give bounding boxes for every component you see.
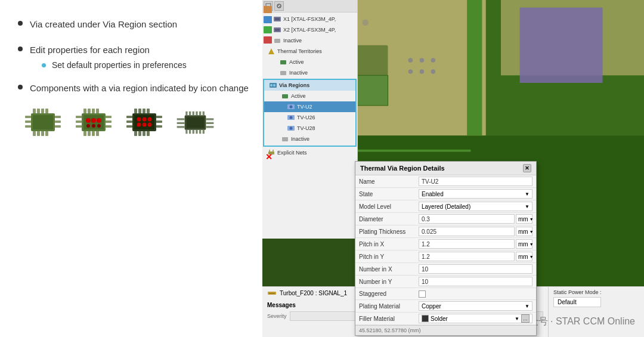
svg-point-89 bbox=[363, 20, 369, 26]
value-pitch-x[interactable]: 1.2 bbox=[419, 239, 515, 249]
label-diameter: Diameter bbox=[359, 216, 419, 222]
unit-diameter-chevron: ▼ bbox=[530, 217, 534, 221]
tree-item-inactive2[interactable]: Inactive bbox=[262, 67, 357, 78]
value-plating-material[interactable]: Copper ▼ bbox=[419, 301, 532, 311]
svg-point-19 bbox=[91, 118, 96, 123]
svg-rect-73 bbox=[203, 111, 205, 115]
via-regions-box: Via Regions Active TV-U2 TV-U26 bbox=[263, 79, 357, 147]
value-number-y[interactable]: 10 bbox=[419, 277, 532, 286]
svg-rect-128 bbox=[269, 293, 275, 294]
component-icon-4 bbox=[176, 107, 215, 140]
static-power-value[interactable]: Default bbox=[553, 297, 601, 307]
component-icon-2 bbox=[75, 107, 113, 140]
svg-rect-62 bbox=[185, 129, 187, 134]
tree-item-tv-u2[interactable]: TV-U2 bbox=[264, 101, 355, 112]
value-name[interactable]: TV-U2 bbox=[419, 177, 532, 186]
side-icon-2[interactable] bbox=[264, 16, 272, 23]
sub-bullet-text-1: Set default properties in preferences bbox=[52, 60, 187, 70]
value-plating-thickness[interactable]: 0.025 bbox=[419, 227, 515, 236]
tree-item-x1[interactable]: X1 [XTAL-FSX3M_4P, bbox=[262, 14, 357, 24]
svg-rect-3 bbox=[37, 131, 40, 136]
svg-rect-92 bbox=[467, 0, 482, 135]
svg-rect-61 bbox=[187, 117, 204, 128]
dialog-row-number-y: Number in Y 10 bbox=[355, 276, 536, 288]
svg-rect-33 bbox=[76, 120, 82, 123]
tree-item-tv-u26[interactable]: TV-U26 bbox=[264, 112, 355, 123]
tree-item-explicit-nets[interactable]: Explicit Nets bbox=[262, 147, 357, 158]
bullet-item-1: Via created under Via Region section bbox=[18, 18, 250, 32]
svg-rect-67 bbox=[203, 129, 205, 134]
state-value-text: Enabled bbox=[422, 191, 444, 197]
tree-items-container: X1 [XTAL-FSX3M_4P, X2 [XTAL-FSX3M_4P, In… bbox=[262, 13, 357, 158]
unit-plating[interactable]: mm ▼ bbox=[516, 227, 532, 236]
svg-rect-56 bbox=[126, 125, 132, 128]
svg-point-44 bbox=[143, 122, 147, 126]
tree-item-x2[interactable]: X2 [XTAL-FSX3M_4P, bbox=[262, 24, 357, 35]
svg-rect-2 bbox=[33, 131, 36, 136]
svg-point-118 bbox=[290, 106, 293, 109]
value-filler-material[interactable]: Solder ▼ … bbox=[419, 314, 532, 323]
unit-plating-text: mm bbox=[518, 228, 528, 235]
svg-rect-70 bbox=[193, 111, 194, 115]
checkbox-staggered[interactable] bbox=[419, 290, 426, 298]
svg-rect-48 bbox=[143, 131, 145, 136]
tree-item-x2-label: X2 [XTAL-FSX3M_4P, bbox=[283, 27, 336, 33]
plating-field-group: 0.025 mm ▼ bbox=[419, 227, 532, 236]
static-power-section: Static Power Mode : Default bbox=[553, 289, 639, 307]
svg-rect-108 bbox=[275, 29, 280, 31]
svg-rect-76 bbox=[177, 126, 185, 128]
dialog-row-pitch-y: Pitch in Y 1.2 mm ▼ bbox=[355, 251, 536, 263]
dialog-close-button[interactable]: ✕ bbox=[523, 164, 531, 172]
svg-rect-31 bbox=[96, 109, 99, 113]
toolbar-btn-2[interactable] bbox=[274, 1, 284, 11]
svg-rect-72 bbox=[199, 111, 201, 115]
sub-bullet-dot-1 bbox=[42, 63, 46, 67]
svg-rect-58 bbox=[156, 120, 162, 123]
pitch-x-field-group: 1.2 mm ▼ bbox=[419, 239, 532, 249]
bullet-dot-1 bbox=[18, 21, 23, 26]
label-model-level: Model Level bbox=[359, 203, 419, 210]
unit-pitch-y[interactable]: mm ▼ bbox=[516, 252, 532, 261]
label-state: State bbox=[359, 191, 419, 197]
value-number-x[interactable]: 10 bbox=[419, 264, 532, 274]
tree-item-active2[interactable]: Active bbox=[264, 91, 355, 101]
svg-rect-1 bbox=[33, 115, 53, 129]
value-pitch-y[interactable]: 1.2 bbox=[419, 252, 515, 261]
value-state[interactable]: Enabled ▼ bbox=[419, 189, 532, 199]
tree-item-tv-u28[interactable]: TV-U28 bbox=[264, 123, 355, 134]
value-model-level[interactable]: Layered (Detailed) ▼ bbox=[419, 202, 532, 211]
label-staggered: Staggered bbox=[359, 290, 419, 297]
svg-rect-71 bbox=[196, 111, 197, 115]
tree-item-active1[interactable]: Active bbox=[262, 57, 357, 67]
tree-item-thermal-territories[interactable]: Thermal Territories bbox=[262, 46, 357, 57]
label-name: Name bbox=[359, 178, 419, 185]
tree-item-inactive3-label: Inactive bbox=[291, 136, 309, 142]
svg-point-115 bbox=[273, 84, 275, 86]
filler-extra-btn[interactable]: … bbox=[521, 314, 530, 323]
side-icon-1[interactable] bbox=[264, 6, 272, 13]
dialog-row-filler-material: Filler Material Solder ▼ … bbox=[355, 313, 536, 325]
component-icon-1 bbox=[24, 107, 63, 140]
side-icon-4[interactable] bbox=[264, 36, 272, 44]
svg-rect-111 bbox=[280, 60, 286, 64]
value-diameter[interactable]: 0.3 bbox=[419, 214, 515, 224]
unit-diameter[interactable]: mm ▼ bbox=[516, 214, 532, 224]
side-icon-3[interactable] bbox=[264, 26, 272, 33]
dialog-title-bar: Thermal Via Region Details ✕ bbox=[355, 162, 536, 175]
bullet-text-3: Components with a via region indicated b… bbox=[30, 82, 249, 95]
sub-bullet-item-1: Set default properties in preferences bbox=[42, 60, 187, 70]
svg-rect-55 bbox=[126, 120, 132, 123]
tree-item-via-regions[interactable]: Via Regions bbox=[264, 80, 355, 91]
svg-rect-7 bbox=[37, 109, 40, 113]
messages-label: Messages bbox=[267, 302, 296, 308]
svg-marker-110 bbox=[268, 48, 274, 54]
svg-rect-68 bbox=[185, 111, 187, 115]
tree-item-inactive3[interactable]: Inactive bbox=[264, 134, 355, 144]
svg-rect-79 bbox=[206, 126, 213, 128]
dialog-row-plating-thickness: Plating Thickness 0.025 mm ▼ bbox=[355, 225, 536, 238]
svg-rect-25 bbox=[88, 131, 91, 136]
svg-rect-57 bbox=[156, 116, 162, 118]
svg-rect-28 bbox=[83, 109, 86, 113]
unit-pitch-x[interactable]: mm ▼ bbox=[516, 239, 532, 249]
tree-item-inactive1[interactable]: Inactive bbox=[262, 35, 357, 46]
